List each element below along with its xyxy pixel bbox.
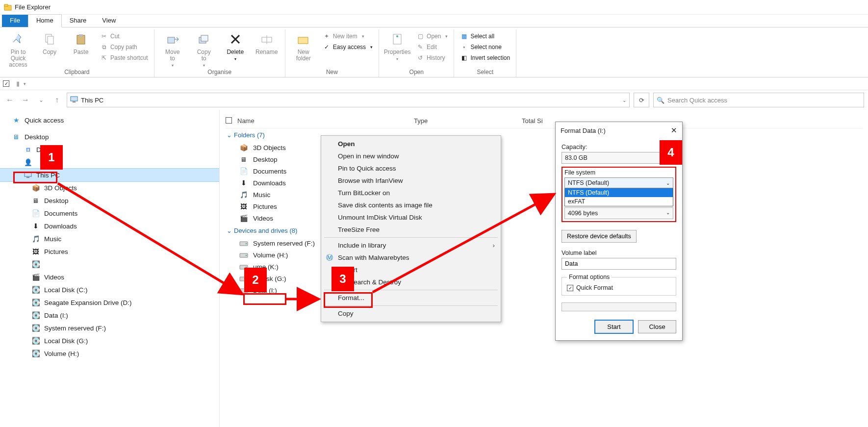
address-dropdown[interactable]: ⌄ xyxy=(622,98,626,103)
invert-selection-button[interactable]: ◧Invert selection xyxy=(458,53,512,63)
rename-button[interactable]: Rename xyxy=(253,29,281,55)
forward-button[interactable]: → xyxy=(20,96,31,104)
tree-unknown[interactable]: 👤 xyxy=(0,156,219,169)
menu-malwarebytes[interactable]: ⓂScan with Malwarebytes xyxy=(322,251,500,264)
qat-checkbox[interactable]: ✓ xyxy=(3,80,9,87)
column-headers[interactable]: Name Type Total Si xyxy=(226,114,862,128)
paste-button[interactable]: Paste xyxy=(67,29,95,55)
start-button[interactable]: Start xyxy=(595,320,633,333)
pin-icon xyxy=(10,31,26,47)
quick-access-toolbar: ✓ ▮ ▾ xyxy=(0,77,868,90)
address-bar[interactable]: This PC ⌄ xyxy=(67,93,630,107)
svg-rect-8 xyxy=(201,35,208,41)
menu-open[interactable]: Open xyxy=(322,138,500,150)
new-item-icon: ✦ xyxy=(323,32,331,40)
this-pc-icon xyxy=(70,96,78,104)
close-button[interactable]: Close xyxy=(638,320,676,333)
up-button[interactable]: ↑ xyxy=(51,96,63,104)
svg-rect-3 xyxy=(48,36,53,44)
annotation-marker-3: 3 xyxy=(332,267,354,291)
delete-button[interactable]: Delete▾ xyxy=(221,29,250,62)
ribbon: Pin to Quick access Copy Paste ✂Cut ⧉Cop… xyxy=(0,27,868,77)
tree-item[interactable]: 🖥Desktop xyxy=(0,194,219,207)
fs-option-exfat[interactable]: exFAT xyxy=(565,197,673,206)
pin-to-quick-access-button[interactable]: Pin to Quick access xyxy=(4,29,32,69)
tree-item[interactable]: 🎵Music xyxy=(0,232,219,245)
filesystem-dropdown[interactable]: NTFS (Default)⌄ xyxy=(564,177,673,188)
copy-path-button[interactable]: ⧉Copy path xyxy=(98,42,150,52)
open-button[interactable]: ▢Open▾ xyxy=(414,31,450,41)
paste-shortcut-button[interactable]: ⇱Paste shortcut xyxy=(98,53,150,63)
folder-icon: 🖼 xyxy=(239,202,248,211)
tree-item[interactable]: 📄Documents xyxy=(0,207,219,220)
group-label-select: Select xyxy=(458,69,512,77)
capacity-field[interactable]: 83.0 GB xyxy=(562,152,676,164)
allocation-dropdown[interactable]: 4096 bytes⌄ xyxy=(564,207,673,219)
select-all-button[interactable]: ▦Select all xyxy=(458,31,512,41)
menu-format[interactable]: Format... xyxy=(322,292,500,304)
easy-access-button[interactable]: ✓Easy access▾ xyxy=(321,42,375,52)
col-name[interactable]: Name xyxy=(237,117,414,125)
menu-include-library[interactable]: Include in library› xyxy=(322,239,500,251)
menu-treesize[interactable]: TreeSize Free xyxy=(322,224,500,236)
content-pane: Name Type Total Si ⌄Folders (7) 📦3D Obje… xyxy=(220,110,868,427)
menu-bitlocker[interactable]: Turn BitLocker on xyxy=(322,187,500,199)
refresh-button[interactable]: ⟳ xyxy=(634,93,649,107)
col-type[interactable]: Type xyxy=(414,117,522,125)
rename-icon xyxy=(259,31,275,47)
tree-item[interactable]: 🎬Videos xyxy=(0,271,219,283)
easy-access-icon: ✓ xyxy=(323,43,331,51)
tree-item[interactable]: 💽Volume (H:) xyxy=(0,347,219,360)
tab-home[interactable]: Home xyxy=(28,14,62,27)
history-button[interactable]: ↺History xyxy=(414,53,450,63)
tree-quick-access[interactable]: ★Quick access xyxy=(0,114,219,126)
navigation-tree[interactable]: ★Quick access 🖥Desktop ⧈D 👤 This PC 📦3D … xyxy=(0,110,220,427)
back-button[interactable]: ← xyxy=(4,96,16,104)
cut-button[interactable]: ✂Cut xyxy=(98,31,150,41)
tree-item[interactable]: 💽Local Disk (C:) xyxy=(0,283,219,296)
recent-dropdown[interactable]: ⌄ xyxy=(35,97,47,103)
select-all-checkbox[interactable] xyxy=(226,117,232,124)
tab-file[interactable]: File xyxy=(2,15,28,27)
tree-item[interactable]: 💽Data (I:) xyxy=(0,309,219,322)
menu-copy[interactable]: Copy xyxy=(322,307,500,320)
tree-item[interactable]: 💽Local Disk (G:) xyxy=(0,334,219,347)
new-folder-icon xyxy=(296,31,311,47)
properties-button[interactable]: Properties▾ xyxy=(383,29,411,62)
tree-this-pc[interactable]: This PC xyxy=(0,169,219,181)
tab-share[interactable]: Share xyxy=(62,15,95,27)
close-icon[interactable]: ✕ xyxy=(671,126,677,135)
menu-save-image[interactable]: Save disk contents as image file xyxy=(322,199,500,211)
tree-item[interactable]: 💽 xyxy=(0,258,219,271)
menu-open-new-window[interactable]: Open in new window xyxy=(322,150,500,162)
tree-item[interactable]: 💽Seagate Expansion Drive (D:) xyxy=(0,296,219,309)
move-to-button[interactable]: Move to▾ xyxy=(158,29,187,68)
annotation-marker-1: 1 xyxy=(40,145,63,170)
select-none-button[interactable]: ▫Select none xyxy=(458,42,512,52)
tree-item[interactable]: ⬇Downloads xyxy=(0,220,219,232)
copy-to-button[interactable]: Copy to▾ xyxy=(190,29,218,68)
new-folder-button[interactable]: New folder xyxy=(289,29,318,62)
properties-icon xyxy=(389,31,405,47)
tree-truncated[interactable]: ⧈D xyxy=(0,143,219,156)
tab-view[interactable]: View xyxy=(94,15,124,27)
menu-irfanview[interactable]: Browse with IrfanView xyxy=(322,175,500,187)
tree-item-icon: 💽 xyxy=(31,298,40,307)
svg-rect-5 xyxy=(79,34,83,37)
svg-rect-1 xyxy=(4,4,8,6)
search-box[interactable]: 🔍 Search Quick access xyxy=(653,93,864,107)
tree-item[interactable]: 💽System reserved (F:) xyxy=(0,322,219,334)
restore-defaults-button[interactable]: Restore device defaults xyxy=(562,230,637,243)
fs-option-ntfs[interactable]: NTFS (Default) xyxy=(565,188,673,197)
tree-desktop[interactable]: 🖥Desktop xyxy=(0,130,219,143)
menu-pin-quick-access[interactable]: Pin to Quick access xyxy=(322,162,500,175)
edit-button[interactable]: ✎Edit xyxy=(414,42,450,52)
user-icon: 👤 xyxy=(24,158,32,167)
tree-item[interactable]: 📦3D Objects xyxy=(0,181,219,194)
tree-item[interactable]: 🖼Pictures xyxy=(0,245,219,258)
menu-unmount[interactable]: Unmount ImDisk Virtual Disk xyxy=(322,211,500,224)
copy-button[interactable]: Copy xyxy=(35,29,64,55)
volume-label-input[interactable] xyxy=(562,258,676,270)
new-item-button[interactable]: ✦New item▾ xyxy=(321,31,375,41)
quick-format-checkbox[interactable]: ✓Quick Format xyxy=(567,284,671,291)
